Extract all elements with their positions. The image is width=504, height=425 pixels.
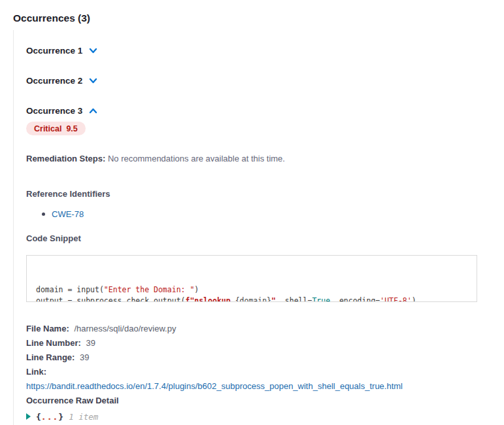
occurrence-2-label: Occurrence 2 — [26, 76, 82, 86]
link-label: Link: — [26, 367, 46, 377]
link-label-row: Link: — [26, 365, 504, 379]
line-number-value: 39 — [86, 338, 95, 348]
occurrence-1-header[interactable]: Occurrence 1 — [26, 45, 504, 56]
link-url-row: https://bandit.readthedocs.io/en/1.7.4/p… — [26, 379, 504, 394]
occurrence-3-label: Occurrence 3 — [26, 106, 82, 116]
code-snippet-body: domain = input("Enter the Domain: ")outp… — [36, 284, 467, 302]
bullet-icon — [42, 212, 45, 216]
raw-detail-json-root: {...} 1 item — [26, 410, 504, 423]
json-item-count: 1 item — [69, 412, 98, 422]
line-range-value: 39 — [80, 352, 89, 362]
occurrence-metadata: File Name: /harness/sqli/dao/review.py L… — [26, 322, 504, 408]
raw-detail-heading-row: Occurrence Raw Detail — [26, 394, 504, 408]
occurrence-1-label: Occurrence 1 — [26, 46, 82, 56]
severity-score: 9.5 — [66, 124, 77, 133]
reference-identifiers-heading: Reference Identifiers — [26, 188, 504, 199]
chevron-down-icon — [88, 76, 98, 86]
code-snippet-heading: Code Snippet — [26, 233, 504, 244]
occurrences-panel: Occurrences (3) Occurrence 1 Occurrence … — [0, 0, 504, 425]
line-number-label: Line Number: — [26, 338, 81, 348]
file-name-value: /harness/sqli/dao/review.py — [74, 324, 176, 333]
cwe-link[interactable]: CWE-78 — [52, 209, 84, 220]
tree-expand-icon[interactable] — [26, 413, 31, 420]
occurrence-3-header[interactable]: Occurrence 3 — [26, 105, 504, 116]
file-name-row: File Name: /harness/sqli/dao/review.py — [26, 322, 504, 336]
json-ellipsis: ... — [41, 412, 58, 422]
severity-label: Critical — [34, 124, 61, 133]
line-range-label: Line Range: — [26, 352, 75, 362]
occurrence-2-header[interactable]: Occurrence 2 — [26, 75, 504, 86]
file-name-label: File Name: — [26, 324, 69, 333]
severity-badge: Critical 9.5 — [26, 122, 86, 135]
chevron-down-icon — [88, 46, 98, 56]
remediation-steps: Remediation Steps: No recommendations ar… — [26, 153, 504, 164]
reference-identifier-item: CWE-78 — [42, 209, 504, 220]
remediation-label: Remediation Steps: — [26, 154, 105, 163]
occurrences-content: Occurrence 1 Occurrence 2 Occurrence 3 C… — [13, 30, 504, 425]
remediation-text: No recommendations are available at this… — [108, 154, 285, 163]
line-range-row: Line Range: 39 — [26, 350, 504, 365]
page-title: Occurrences (3) — [13, 12, 90, 24]
json-collapsed-preview[interactable]: {...} — [36, 412, 63, 422]
code-snippet-block: domain = input("Enter the Domain: ")outp… — [26, 255, 477, 302]
bandit-doc-link[interactable]: https://bandit.readthedocs.io/en/1.7.4/p… — [26, 381, 403, 391]
occurrence-raw-detail-heading: Occurrence Raw Detail — [26, 396, 119, 405]
chevron-up-icon — [88, 106, 98, 116]
line-number-row: Line Number: 39 — [26, 336, 504, 350]
